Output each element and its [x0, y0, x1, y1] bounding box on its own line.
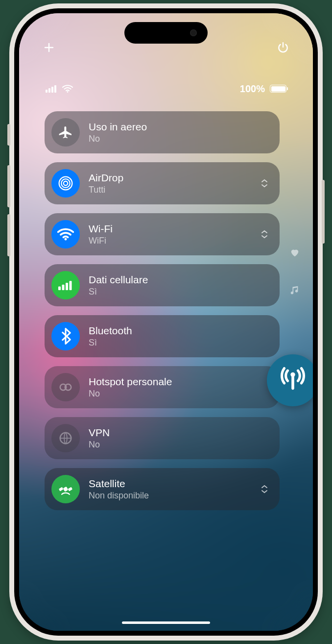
row-title: Dati cellulare [89, 273, 270, 286]
plus-icon [43, 42, 55, 53]
iphone-device: 100% Uso in aereo No [9, 3, 323, 641]
row-subtitle: No [89, 389, 270, 399]
svg-point-4 [67, 91, 69, 93]
row-hotspot[interactable]: Hotspot personale No [45, 366, 280, 408]
vpn-icon [51, 424, 80, 452]
row-subtitle: No [89, 440, 270, 450]
row-subtitle: WiFi [89, 236, 250, 247]
cell-signal-icon [46, 85, 57, 93]
bluetooth-icon [51, 322, 80, 350]
row-subtitle: Non disponibile [89, 491, 250, 501]
svg-point-19 [290, 372, 295, 377]
svg-rect-18 [63, 487, 69, 492]
row-title: Satellite [89, 477, 250, 490]
hw-button-vol-down [7, 214, 10, 256]
svg-rect-2 [51, 87, 53, 93]
cellular-icon [51, 271, 80, 299]
status-bar: 100% [19, 79, 313, 99]
airplane-icon [51, 118, 80, 147]
row-satellite[interactable]: Satellite Non disponibile [45, 468, 280, 510]
music-note-icon [289, 285, 300, 296]
row-title: VPN [89, 426, 270, 439]
svg-rect-11 [66, 283, 68, 290]
airdrop-icon [51, 169, 80, 198]
hw-button-vol-up [7, 165, 10, 207]
svg-point-5 [64, 181, 68, 186]
bezel: 100% Uso in aereo No [14, 8, 318, 636]
expand-chevron-icon [259, 178, 270, 188]
control-center-topbar [19, 36, 313, 59]
svg-rect-17 [68, 487, 73, 492]
wifi-status-icon [62, 85, 73, 93]
row-subtitle: No [89, 134, 270, 145]
svg-rect-1 [48, 88, 50, 93]
svg-rect-9 [58, 287, 61, 291]
row-vpn[interactable]: VPN No [45, 417, 280, 459]
row-wifi[interactable]: Wi-Fi WiFi [45, 213, 280, 255]
expand-chevron-icon [259, 484, 270, 494]
svg-rect-10 [62, 285, 65, 290]
add-button[interactable] [42, 40, 56, 55]
battery-icon [270, 85, 286, 93]
antenna-icon [279, 367, 307, 394]
connectivity-list: Uso in aereo No AirDrop Tutti [45, 111, 280, 510]
row-title: Bluetooth [89, 324, 270, 337]
svg-point-8 [65, 238, 67, 241]
expand-chevron-icon [259, 229, 270, 239]
row-title: AirDrop [89, 172, 250, 184]
heart-icon [289, 248, 300, 257]
satellite-icon [51, 475, 80, 503]
hw-button-side [322, 180, 325, 244]
hotspot-icon [51, 373, 80, 401]
row-title: Hotspot personale [89, 375, 270, 388]
power-button[interactable] [276, 40, 290, 55]
svg-rect-12 [70, 281, 72, 290]
screen: 100% Uso in aereo No [19, 13, 313, 631]
row-airdrop[interactable]: AirDrop Tutti [45, 162, 280, 204]
row-title: Uso in aereo [89, 121, 270, 133]
row-subtitle: Sì [89, 338, 270, 348]
svg-rect-16 [59, 487, 64, 492]
row-title: Wi-Fi [89, 223, 250, 235]
row-airplane-mode[interactable]: Uso in aereo No [45, 111, 280, 153]
row-subtitle: Sì [89, 287, 270, 297]
battery-pct: 100% [240, 83, 265, 95]
svg-rect-3 [54, 85, 56, 93]
row-bluetooth[interactable]: Bluetooth Sì [45, 315, 280, 357]
row-cellular[interactable]: Dati cellulare Sì [45, 264, 280, 306]
svg-point-6 [61, 179, 70, 188]
page-indicators[interactable] [289, 248, 300, 296]
wifi-icon [51, 220, 80, 248]
home-indicator[interactable] [122, 621, 210, 624]
row-subtitle: Tutti [89, 185, 250, 196]
hw-button-ring [7, 124, 10, 146]
svg-rect-0 [46, 90, 47, 93]
power-icon [277, 41, 289, 54]
